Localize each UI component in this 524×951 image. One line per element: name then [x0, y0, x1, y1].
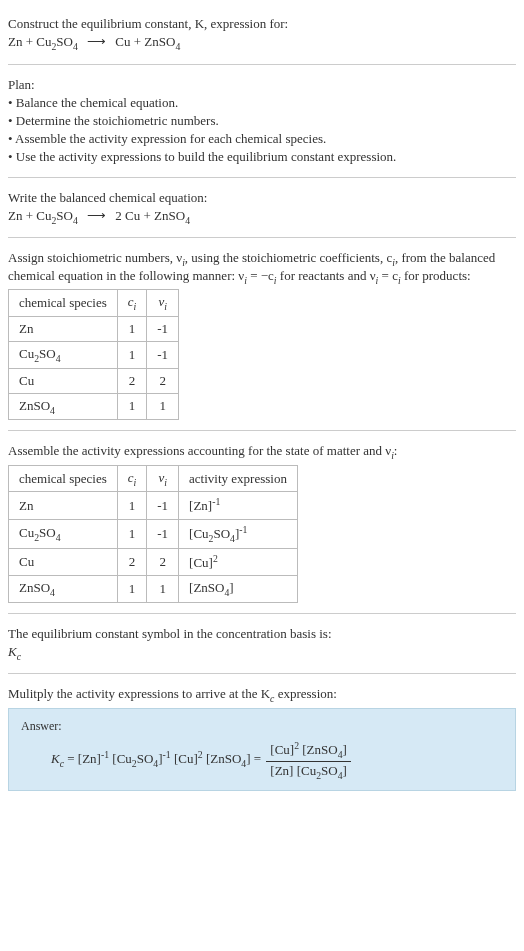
table-header-row: chemical species ci νi — [9, 290, 179, 317]
col-expr: activity expression — [179, 465, 298, 492]
sub-ih1: i — [134, 301, 137, 312]
col-species: chemical species — [9, 290, 118, 317]
cell-vi: -1 — [147, 316, 179, 341]
answer-fraction: [Cu]2 [ZnSO4][Zn] [Cu2SO4] — [266, 740, 351, 781]
e0b: [Zn] — [189, 499, 212, 514]
e3sa: ZnSO — [19, 580, 50, 595]
sub-4g: 4 — [56, 531, 61, 542]
sub-4i: 4 — [50, 587, 55, 598]
cell-species: ZnSO4 — [9, 393, 118, 420]
den-a: [Zn] [Cu — [270, 763, 316, 778]
cell-vi: 1 — [147, 393, 179, 420]
sup-n2: -1 — [239, 524, 247, 535]
table-row: Cu 2 2 — [9, 368, 179, 393]
mult-t2: expression: — [274, 686, 336, 701]
stoich-t7: for products: — [401, 268, 471, 283]
bal-lhs-1: Zn + Cu — [8, 208, 51, 223]
num-b: [ZnSO — [299, 742, 338, 757]
ans-e: [Cu] — [171, 751, 198, 766]
table-row: Cu2SO4 1 -1 — [9, 341, 179, 368]
cell-species: Zn — [9, 316, 118, 341]
cell-vi: -1 — [147, 341, 179, 368]
e1a: [Cu — [189, 526, 209, 541]
ans-a: = [Zn] — [64, 751, 101, 766]
balanced-equation: Zn + Cu2SO4 ⟶ 2 Cu + ZnSO4 — [8, 208, 516, 226]
plan-section: Plan: • Balance the chemical equation. •… — [8, 69, 516, 178]
arrow-icon-2: ⟶ — [87, 208, 106, 223]
sub-4b: 4 — [175, 41, 180, 52]
col-species: chemical species — [9, 465, 118, 492]
col-vi: νi — [147, 465, 179, 492]
sub-ih2: i — [164, 301, 167, 312]
act-t1: Assemble the activity expressions accoun… — [8, 443, 391, 458]
sub-ih3: i — [134, 476, 137, 487]
unbalanced-equation: Zn + Cu2SO4 ⟶ Cu + ZnSO4 — [8, 34, 516, 52]
eqsym-symbol: Kc — [8, 644, 516, 662]
cell-ci: 2 — [117, 368, 147, 393]
cell-species: ZnSO4 — [9, 575, 118, 602]
sub-2b: 2 — [51, 214, 56, 225]
sub-4c: 4 — [73, 214, 78, 225]
answer-box: Answer: Kc = [Zn]-1 [Cu2SO4]-1 [Cu]2 [Zn… — [8, 708, 516, 792]
frac-num: [Cu]2 [ZnSO4] — [266, 740, 351, 762]
activity-table: chemical species ci νi activity expressi… — [8, 465, 298, 603]
col-vi: νi — [147, 290, 179, 317]
bal-rhs-1: 2 Cu + ZnSO — [115, 208, 185, 223]
header-section: Construct the equilibrium constant, K, e… — [8, 8, 516, 65]
ans-K: K — [51, 751, 60, 766]
cell-ci: 2 — [117, 548, 147, 575]
e3b: ] — [229, 580, 233, 595]
answer-label: Answer: — [21, 719, 503, 734]
act-t2: : — [394, 443, 398, 458]
activity-intro: Assemble the activity expressions accoun… — [8, 443, 516, 461]
table-row: Cu 2 2 [Cu]2 — [9, 548, 298, 575]
sup-n4: -1 — [163, 749, 171, 760]
cell-vi: 2 — [147, 368, 179, 393]
e1sb: SO — [39, 525, 56, 540]
sub-ih4: i — [164, 476, 167, 487]
ans-b: [Cu — [109, 751, 132, 766]
plan-title: Plan: — [8, 77, 516, 93]
table-row: ZnSO4 1 1 — [9, 393, 179, 420]
title-text: Construct the equilibrium constant, K, e… — [8, 16, 288, 31]
table-row: Zn 1 -1 [Zn]-1 — [9, 492, 298, 519]
sup-2: 2 — [213, 553, 218, 564]
sub-4f: 4 — [50, 404, 55, 415]
e3a: [ZnSO — [189, 580, 224, 595]
sub-c1: c — [17, 650, 21, 661]
sub-4: 4 — [73, 41, 78, 52]
eq-lhs-1: Zn + Cu — [8, 34, 51, 49]
kc-K: K — [8, 644, 17, 659]
col-ci: ci — [117, 465, 147, 492]
sup-n1: -1 — [212, 496, 220, 507]
cell-ci: 1 — [117, 341, 147, 368]
sp1a: Cu — [19, 346, 34, 361]
cell-vi: 1 — [147, 575, 179, 602]
e1sa: Cu — [19, 525, 34, 540]
plan-item-3: • Use the activity expressions to build … — [8, 149, 516, 165]
ans-f: [ZnSO — [203, 751, 242, 766]
cell-expr: [ZnSO4] — [179, 575, 298, 602]
table-row: ZnSO4 1 1 [ZnSO4] — [9, 575, 298, 602]
eq-rhs-1: Cu + ZnSO — [115, 34, 175, 49]
cell-ci: 1 — [117, 316, 147, 341]
cell-vi: -1 — [147, 519, 179, 548]
title-line: Construct the equilibrium constant, K, e… — [8, 16, 516, 32]
cell-expr: [Zn]-1 — [179, 492, 298, 519]
cell-vi: -1 — [147, 492, 179, 519]
table-row: Zn 1 -1 — [9, 316, 179, 341]
balanced-section: Write the balanced chemical equation: Zn… — [8, 182, 516, 239]
stoich-intro: Assign stoichiometric numbers, νi, using… — [8, 250, 516, 285]
frac-den: [Zn] [Cu2SO4] — [266, 762, 351, 781]
cell-species: Cu — [9, 548, 118, 575]
sp0a: Zn — [19, 321, 33, 336]
cell-species: Cu — [9, 368, 118, 393]
cell-species: Cu2SO4 — [9, 519, 118, 548]
plan-item-1: • Determine the stoichiometric numbers. — [8, 113, 516, 129]
cell-species: Zn — [9, 492, 118, 519]
sp1b: SO — [39, 346, 56, 361]
sp3a: ZnSO — [19, 398, 50, 413]
cell-ci: 1 — [117, 575, 147, 602]
e1b: SO — [213, 526, 230, 541]
den-b: SO — [321, 763, 338, 778]
